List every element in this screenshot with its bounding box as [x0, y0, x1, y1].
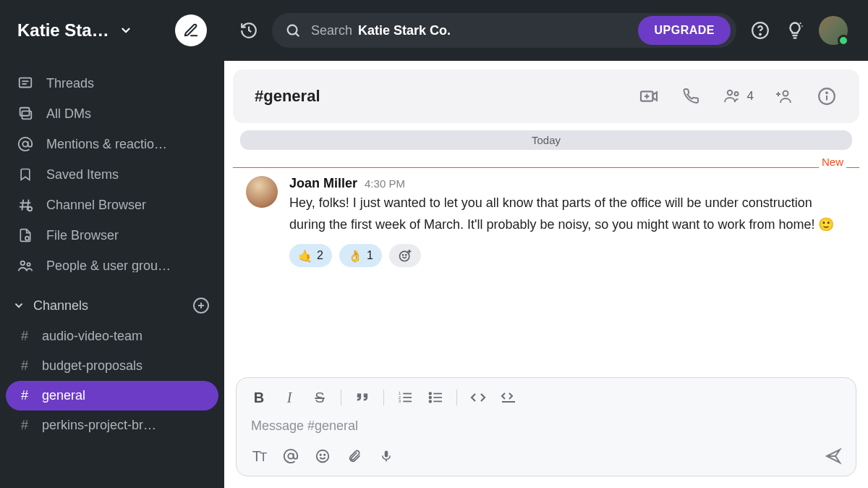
- svg-point-53: [320, 454, 321, 455]
- channel-item[interactable]: # audio-video-team: [6, 321, 218, 351]
- search-icon: [285, 22, 301, 38]
- nav-all-dms[interactable]: All DMs: [6, 98, 218, 129]
- bullet-list-button[interactable]: [426, 388, 445, 407]
- message-author[interactable]: Joan Miller: [289, 176, 357, 191]
- code-button[interactable]: [469, 388, 488, 407]
- nav-saved[interactable]: Saved Items: [6, 159, 218, 190]
- chevron-down-icon: [119, 24, 132, 37]
- threads-icon: [17, 75, 33, 91]
- chevron-down-icon: [13, 300, 25, 311]
- reaction[interactable]: 👌 1: [339, 244, 382, 267]
- message-time: 4:30 PM: [365, 177, 405, 190]
- svg-point-34: [402, 255, 403, 256]
- dms-icon: [17, 106, 33, 122]
- send-button[interactable]: [824, 447, 843, 465]
- new-label: New: [819, 156, 846, 168]
- svg-point-46: [429, 400, 431, 403]
- history-button[interactable]: [239, 20, 259, 41]
- svg-point-51: [288, 453, 293, 458]
- bold-button[interactable]: B: [250, 388, 268, 407]
- sidebar-nav: Threads All DMs Mentions & reactio… Save…: [0, 61, 224, 282]
- reaction[interactable]: 🤙 2: [289, 244, 332, 267]
- reaction-emoji: 👌: [348, 249, 362, 263]
- nav-channel-browser[interactable]: Channel Browser: [6, 190, 218, 220]
- svg-point-44: [429, 392, 431, 395]
- svg-point-33: [399, 252, 409, 261]
- channel-item-active[interactable]: # general: [6, 381, 218, 411]
- text-format-toggle[interactable]: TT: [250, 447, 268, 466]
- members-button[interactable]: 4: [722, 85, 754, 107]
- svg-point-32: [826, 92, 827, 93]
- nav-label: All DMs: [46, 107, 91, 120]
- nav-label: Threads: [46, 77, 94, 90]
- strike-button[interactable]: S: [310, 388, 329, 407]
- search-bar[interactable]: Search Katie Stark Co. UPGRADE: [272, 13, 736, 48]
- call-button[interactable]: [680, 85, 702, 107]
- add-video-button[interactable]: [638, 85, 660, 107]
- svg-point-25: [727, 91, 731, 95]
- codeblock-button[interactable]: [499, 388, 518, 407]
- search-scope: Katie Stark Co.: [358, 23, 451, 38]
- channel-item[interactable]: # budget-proposals: [6, 351, 218, 381]
- nav-people[interactable]: People & user grou…: [6, 251, 218, 281]
- nav-mentions[interactable]: Mentions & reactio…: [6, 129, 218, 159]
- message-text: Hey, folks! I just wanted to let you all…: [289, 193, 846, 235]
- channel-browser-icon: [17, 197, 33, 213]
- svg-point-12: [21, 261, 25, 266]
- channels-section-header[interactable]: Channels: [0, 282, 224, 321]
- add-reaction-button[interactable]: [389, 244, 421, 267]
- svg-point-17: [288, 25, 297, 35]
- nav-label: File Browser: [46, 229, 119, 242]
- attach-button[interactable]: [345, 447, 364, 466]
- emoji-button[interactable]: [313, 447, 332, 466]
- italic-button[interactable]: I: [280, 388, 299, 407]
- composer[interactable]: B I S 123: [236, 377, 856, 476]
- add-people-button[interactable]: [774, 85, 796, 107]
- mention-button[interactable]: [281, 447, 300, 466]
- nav-threads[interactable]: Threads: [6, 68, 218, 98]
- channel-details-button[interactable]: [816, 85, 838, 107]
- svg-point-35: [405, 255, 406, 256]
- svg-point-10: [28, 207, 32, 211]
- quote-button[interactable]: [353, 388, 372, 407]
- nav-file-browser[interactable]: File Browser: [6, 220, 218, 251]
- svg-point-52: [317, 450, 329, 463]
- svg-line-18: [296, 33, 299, 36]
- composer-input[interactable]: Message #general: [237, 411, 856, 439]
- message[interactable]: Joan Miller 4:30 PM Hey, folks! I just w…: [233, 170, 859, 267]
- format-toolbar: B I S 123: [237, 378, 856, 411]
- add-channel-button[interactable]: [191, 295, 211, 316]
- svg-point-11: [25, 237, 29, 240]
- hash-icon: #: [19, 329, 30, 344]
- channel-header: #general 4: [233, 70, 859, 123]
- presence-indicator: [838, 35, 849, 46]
- reaction-emoji: 🤙: [298, 249, 312, 263]
- svg-point-27: [783, 91, 788, 96]
- channel-name: audio-video-team: [42, 329, 142, 344]
- workspace-switcher[interactable]: Katie Sta…: [0, 0, 224, 61]
- nav-label: Saved Items: [46, 168, 119, 181]
- people-icon: [17, 258, 33, 274]
- message-avatar[interactable]: [246, 176, 278, 208]
- svg-rect-0: [20, 78, 32, 88]
- svg-text:3: 3: [399, 399, 401, 403]
- workspace-name: Katie Sta…: [17, 20, 109, 41]
- svg-rect-55: [385, 451, 388, 458]
- channel-title[interactable]: #general: [255, 87, 638, 106]
- compose-button[interactable]: [175, 14, 207, 46]
- upgrade-label: UPGRADE: [654, 24, 715, 37]
- svg-point-5: [22, 141, 27, 146]
- whats-new-button[interactable]: [784, 20, 806, 41]
- audio-button[interactable]: [377, 447, 396, 466]
- channel-item[interactable]: # perkins-project-br…: [6, 411, 218, 440]
- ordered-list-button[interactable]: 123: [396, 388, 414, 407]
- reaction-count: 1: [367, 249, 373, 262]
- nav-label: People & user grou…: [46, 259, 171, 272]
- user-menu[interactable]: [819, 16, 848, 45]
- search-prefix: Search: [311, 23, 352, 38]
- hash-icon: #: [19, 418, 30, 433]
- search-placeholder: Search Katie Stark Co.: [311, 23, 451, 38]
- help-button[interactable]: [749, 20, 771, 41]
- upgrade-button[interactable]: UPGRADE: [638, 16, 731, 45]
- mentions-icon: [17, 136, 33, 152]
